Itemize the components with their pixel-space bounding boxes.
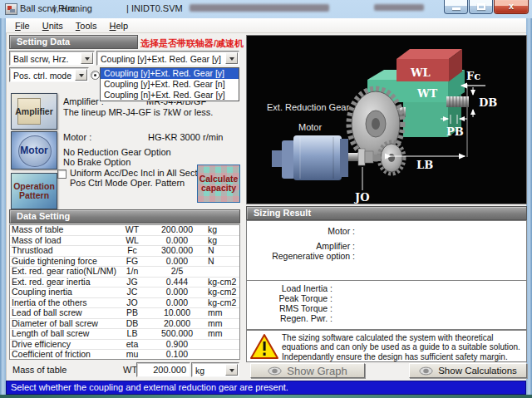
- menu-item[interactable]: Tools: [70, 19, 104, 32]
- row-unit: kg: [206, 235, 240, 246]
- window-frame-bottom: [0, 395, 532, 398]
- setting-data-header: Setting Data: [9, 35, 138, 49]
- row-symbol: WT: [116, 225, 148, 235]
- diagram-svg: WL WT Fc DB PB LB JO Ext. Reduction Gear…: [247, 36, 526, 204]
- table-row[interactable]: Mass of load WL 0.000 kg: [10, 235, 240, 246]
- status-bar: Select whether the coupling and external…: [6, 381, 526, 395]
- row-symbol: JC: [116, 287, 148, 298]
- row-symbol: mu: [116, 350, 148, 361]
- table-row[interactable]: Coefficient of friction mu 0.100: [10, 350, 240, 361]
- row-value: 0.000: [148, 256, 206, 267]
- sizing-result-panel: Motor :Amplifier :Regenerative option : …: [246, 220, 527, 330]
- sizing-field-label: Amplifier :: [247, 241, 355, 251]
- row-value: 0.900: [148, 339, 206, 350]
- diagram-pb-label: PB: [446, 125, 464, 138]
- warning-line: Independantly ensure the design has suff…: [282, 352, 520, 361]
- unit-select-value: kg: [195, 366, 204, 376]
- minimize-button[interactable]: [444, 0, 468, 14]
- app-window: Ball scrw, Hrz. | Running | INIDT0.SVM x…: [0, 0, 532, 398]
- coupling-radio[interactable]: [91, 71, 100, 80]
- close-icon: x: [495, 1, 528, 11]
- row-label: Length of ball screw: [10, 329, 116, 340]
- uniform-accdec-checkbox[interactable]: [57, 170, 66, 179]
- control-mode-select[interactable]: Pos. ctrl. mode: [9, 67, 89, 82]
- table-row[interactable]: Diameter of ball screw DB 20.000 mm: [10, 318, 240, 329]
- row-symbol: DB: [116, 318, 148, 329]
- row-unit: kg: [206, 225, 240, 235]
- menu-item[interactable]: Units: [37, 19, 70, 32]
- chevron-down-icon[interactable]: [225, 52, 238, 64]
- row-symbol: JO: [116, 297, 148, 308]
- table-row[interactable]: Ext. red. gear ratio(NL/NM) 1/n 2/5: [10, 267, 240, 278]
- sizing-field-label: Motor :: [247, 226, 355, 236]
- dropdown-option[interactable]: Coupling [n]+Ext. Red. Gear [y]: [101, 90, 239, 101]
- warning-line: equations and can only be used as a guid…: [282, 342, 520, 351]
- maximize-icon: [477, 3, 485, 10]
- mechanism-diagram: WL WT Fc DB PB LB JO Ext. Reduction Gear…: [246, 35, 527, 204]
- menu-item[interactable]: File: [9, 19, 37, 32]
- chevron-down-icon[interactable]: [225, 364, 238, 376]
- eye-icon: [419, 366, 433, 376]
- minimize-icon: [452, 7, 461, 10]
- table-row[interactable]: Inertia of the others JO 0.000 kg-cm2: [10, 297, 240, 308]
- row-label: Guide tightening force: [10, 256, 116, 267]
- row-symbol: PB: [116, 308, 148, 319]
- show-calculations-button[interactable]: Show Calculations: [409, 363, 527, 378]
- warning-line: The sizing software calculated the syste…: [282, 333, 520, 342]
- table-row[interactable]: Ext. red. gear inertia JG 0.444 kg-cm2: [10, 277, 240, 287]
- dropdown-option[interactable]: Coupling [y]+Ext. Red. Gear [n]: [101, 79, 239, 90]
- mechanism-select-value: Ball scrw, Hrz.: [13, 54, 69, 64]
- table-row[interactable]: Lead of ball screw PB 10.000 mm: [10, 308, 240, 319]
- maximize-button[interactable]: [469, 0, 493, 14]
- mass-of-table-input[interactable]: 200.000: [136, 362, 190, 377]
- menu-item[interactable]: Help: [104, 19, 135, 32]
- show-graph-button[interactable]: Show Graph: [250, 363, 365, 378]
- row-value: 200.000: [148, 225, 206, 235]
- operation-pattern-button[interactable]: OperationPattern: [11, 173, 57, 209]
- data-setting-table: Mass of table WT 200.000 kg Mass of load…: [9, 224, 240, 360]
- mechanism-select[interactable]: Ball scrw, Hrz.: [9, 51, 95, 66]
- sizing-field-label: RMS Torque :: [247, 303, 332, 313]
- window-status: | Running: [53, 3, 92, 13]
- control-mode-value: Pos. ctrl. mode: [13, 71, 71, 81]
- table-row[interactable]: Length of ball screw LB 500.000 mm: [10, 329, 240, 340]
- chevron-down-icon[interactable]: [81, 52, 93, 64]
- amplifier-label: Amplifier :: [63, 96, 104, 106]
- coupling-select-value: Coupling [y]+Ext. Red. Gear [y]: [101, 54, 221, 64]
- menu-bar: FileUnitsToolsHelp: [6, 18, 526, 33]
- divider: [247, 280, 526, 281]
- row-symbol: Fc: [116, 246, 148, 257]
- calculate-capacity-button[interactable]: Calculatecapacity: [197, 165, 240, 203]
- table-row[interactable]: Coupling inertia JC 0.000 kg-cm2: [10, 287, 240, 298]
- diagram-wl-label: WL: [410, 66, 431, 79]
- row-label: Inertia of the others: [10, 297, 116, 308]
- chinese-annotation: 选择是否带联轴器/减速机: [140, 37, 244, 50]
- unit-select[interactable]: kg: [191, 362, 239, 377]
- row-symbol: eta: [116, 339, 148, 350]
- table-row[interactable]: Thrustload Fc 300.000 N: [10, 246, 240, 257]
- row-unit: N: [206, 256, 240, 267]
- chevron-down-icon[interactable]: [75, 69, 87, 81]
- uniform-accdec-label-line2: Pos Ctrl Mode Oper. Pattern: [70, 178, 185, 188]
- dropdown-option[interactable]: Coupling [y]+Ext. Red. Gear [y]: [101, 68, 239, 79]
- row-label: Drive efficiency: [10, 339, 116, 350]
- app-icon: [5, 3, 17, 15]
- sizing-field-label: Regen. Pwr. :: [247, 313, 332, 323]
- title-bar[interactable]: Ball scrw, Hrz. | Running | INIDT0.SVM x: [0, 0, 532, 18]
- row-label: Diameter of ball screw: [10, 318, 116, 329]
- row-label: Mass of load: [10, 235, 116, 246]
- amplifier-button[interactable]: Amplifier: [11, 93, 57, 130]
- table-row[interactable]: Mass of table WT 200.000 kg: [10, 225, 240, 235]
- close-button[interactable]: x: [494, 0, 529, 14]
- row-value: 0.100: [148, 350, 206, 361]
- edit-row-label: Mass of table: [12, 365, 66, 375]
- table-row[interactable]: Drive efficiency eta 0.900: [10, 339, 240, 350]
- eye-icon: [268, 366, 282, 376]
- row-label: Ext. red. gear inertia: [10, 277, 116, 287]
- table-row[interactable]: Guide tightening force FG 0.000 N: [10, 256, 240, 267]
- motor-button[interactable]: Motor: [11, 131, 57, 170]
- diagram-ext-gear-label: Ext. Reduction Gear: [267, 102, 349, 112]
- row-value: 0.000: [148, 235, 206, 246]
- coupling-select[interactable]: Coupling [y]+Ext. Red. Gear [y]: [96, 51, 239, 66]
- motor-label: Motor :: [63, 132, 91, 142]
